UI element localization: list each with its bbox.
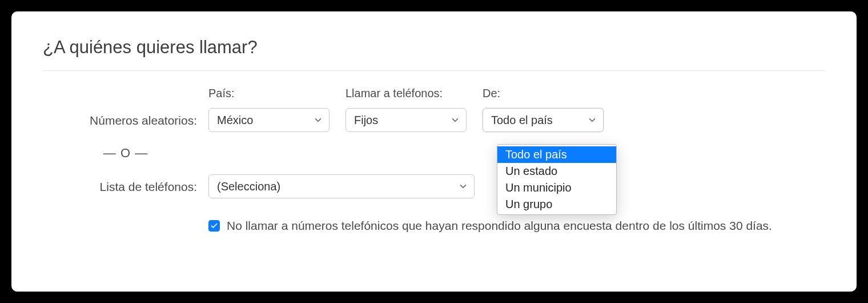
phones-field-group: Llamar a teléfonos: Fijos	[345, 87, 467, 132]
country-label: País:	[208, 87, 329, 100]
region-field-group: De: Todo el país	[483, 87, 604, 132]
phone-list-select-value: (Selecciona)	[217, 180, 280, 193]
random-numbers-fields: País: México Llamar a teléfonos: Fijos	[208, 87, 604, 132]
or-divider-text: — O —	[43, 146, 208, 161]
chevron-down-icon	[458, 181, 468, 192]
page-title: ¿A quiénes quieres llamar?	[43, 37, 825, 71]
phones-select[interactable]: Fijos	[345, 108, 467, 132]
dnc-checkbox[interactable]	[208, 220, 220, 232]
phone-list-fields: (Selecciona)	[208, 174, 475, 198]
region-dropdown-panel: Todo el país Un estado Un municipio Un g…	[497, 144, 617, 215]
phone-list-select[interactable]: (Selecciona)	[208, 174, 475, 198]
phones-label: Llamar a teléfonos:	[345, 87, 467, 100]
country-select-value: México	[217, 114, 253, 127]
chevron-down-icon	[587, 115, 597, 125]
region-select[interactable]: Todo el país	[483, 108, 604, 132]
random-numbers-label: Números aleatorios:	[43, 114, 208, 132]
country-select[interactable]: México	[208, 108, 329, 132]
region-option-todo-el-pais[interactable]: Todo el país	[497, 146, 616, 163]
form-card: ¿A quiénes quieres llamar? Números aleat…	[11, 11, 857, 292]
phones-select-value: Fijos	[354, 114, 378, 127]
phone-list-label: Lista de teléfonos:	[43, 180, 208, 198]
region-label: De:	[483, 87, 604, 100]
random-numbers-row: Números aleatorios: País: México Llamar …	[43, 87, 825, 132]
region-option-un-grupo[interactable]: Un grupo	[497, 196, 616, 213]
country-field-group: País: México	[208, 87, 329, 132]
region-option-un-municipio[interactable]: Un municipio	[497, 180, 616, 196]
dnc-checkbox-row: No llamar a números telefónicos que haya…	[208, 219, 825, 233]
phone-list-row: Lista de teléfonos: (Selecciona)	[43, 174, 825, 198]
region-option-un-estado[interactable]: Un estado	[497, 163, 616, 180]
or-divider-row: — O —	[43, 146, 825, 161]
region-select-value: Todo el país	[491, 114, 553, 127]
chevron-down-icon	[450, 115, 460, 125]
chevron-down-icon	[313, 115, 323, 125]
dnc-checkbox-label: No llamar a números telefónicos que haya…	[227, 219, 772, 233]
